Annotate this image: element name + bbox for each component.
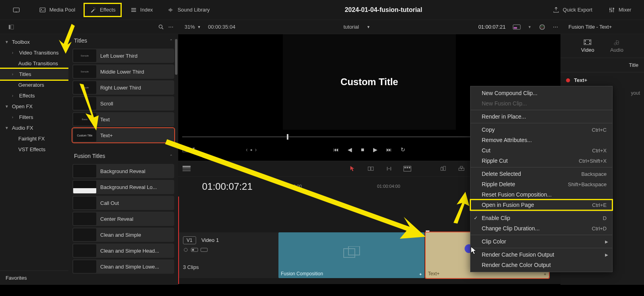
cm-enable-clip[interactable]: ✓Enable ClipD [471,213,612,223]
cm-ripple-cut[interactable]: Ripple CutCtrl+Shift+X [471,156,612,166]
svg-line-16 [162,28,163,29]
first-frame-button[interactable]: ⏮ [333,146,339,153]
tree-open-fx[interactable]: ▼Open FX [0,101,68,112]
track-header-v1[interactable]: V1 Video 1 3 Clips [179,232,278,278]
fusion-title-background-reveal[interactable]: Background Reveal [72,164,174,178]
cm-render-in-place[interactable]: Render in Place... [471,111,612,122]
tree-titles[interactable]: ›Titles [0,69,68,80]
title-item-left-lower-third[interactable]: SampleLeft Lower Third [72,49,174,63]
match-frame-icon[interactable] [182,146,189,153]
nav-prev-icon[interactable]: ‹ [246,146,248,153]
fusion-title-center-reveal[interactable]: Center Reveal [72,212,174,226]
fusion-title-clean-simple-lowe[interactable]: Clean and Simple Lowe... [72,259,174,274]
title-item-text-plus[interactable]: Custom TitleText+ [72,128,174,142]
proxy-icon[interactable] [513,24,521,30]
titles-header[interactable]: Titles⌃ [68,34,178,47]
sound-library-label: Sound Library [177,7,210,13]
tree-video-transitions[interactable]: ›Video Transitions [0,47,68,58]
viewer[interactable]: Custom Title [283,34,456,130]
fx-scrollbar[interactable] [175,39,177,75]
cm-new-compound-clip[interactable]: New Compound Clip... [471,88,612,98]
workspace-toggle[interactable] [8,4,25,16]
play-button[interactable]: ▶ [373,146,377,153]
timeline-timecode[interactable]: 01:00:07:21 [178,181,278,192]
cm-copy[interactable]: CopyCtrl+C [471,125,612,135]
effects-button[interactable]: Effects [85,4,121,16]
svg-rect-33 [460,166,463,168]
inspector-audio-tab[interactable]: Audio [610,39,623,53]
title-item-middle-lower-third[interactable]: SampleMiddle Lower Third [72,64,174,79]
selection-tool-icon[interactable] [348,165,357,172]
index-button[interactable]: Index [125,4,158,16]
fusion-titles-header[interactable]: Fusion Titles⌃ [68,150,178,162]
overwrite-icon[interactable] [457,165,466,172]
more-options-icon[interactable]: ⋯ [553,24,558,30]
svg-rect-28 [407,167,408,168]
title-item-scroll[interactable]: Scroll [72,96,174,111]
svg-rect-22 [183,168,191,169]
cm-reset-fusion[interactable]: Reset Fusion Composition... [471,189,612,200]
tree-audio-fx[interactable]: ▼Audio FX [0,123,68,133]
trim-tool-icon[interactable] [366,165,375,172]
nav-next-icon[interactable]: › [255,146,257,153]
mixer-button[interactable]: Mixer [603,4,636,16]
fusion-title-clean-simple[interactable]: Clean and Simple [72,228,174,242]
sound-library-button[interactable]: Sound Library [162,4,214,16]
quick-export-button[interactable]: Quick Export [548,4,597,16]
tree-effects[interactable]: ›Effects [0,90,68,101]
more-icon[interactable]: ⋯ [168,24,173,30]
bypass-icon[interactable] [539,23,546,31]
stop-button[interactable]: ■ [361,146,364,153]
cm-cut[interactable]: CutCtrl+X [471,145,612,156]
tree-audio-transitions[interactable]: Audio Transitions [0,58,68,69]
cm-open-in-fusion-page[interactable]: Open in Fusion PageCtrl+E [471,200,612,210]
cm-render-cache-fusion[interactable]: Render Cache Fusion Output▶ [471,249,612,260]
favorites[interactable]: Favorites [0,271,68,285]
cm-change-clip-duration[interactable]: Change Clip Duration...Ctrl+D [471,223,612,234]
scrubber-thumb[interactable] [287,134,288,140]
title-item-right-lower-third[interactable]: SampleRight Lower Third [72,80,174,95]
clip-textplus-label: Text+ [428,271,440,277]
auto-select-icon[interactable] [191,247,198,252]
fusion-title-background-reveal-lo[interactable]: Background Reveal Lo... [72,180,174,194]
prev-frame-button[interactable]: ◀ [348,146,352,153]
title-item-text[interactable]: BasicText [72,112,174,127]
clip-fusion-composition[interactable]: Fusion Composition ✦ [278,232,424,278]
timeline-view-icon[interactable] [182,165,191,172]
nav-dot-icon[interactable]: ● [250,148,253,152]
cm-ripple-delete[interactable]: Ripple DeleteShift+Backspace [471,179,612,189]
zoom-select[interactable]: 31% ▼ [185,24,201,30]
cm-render-cache-color[interactable]: Render Cache Color Output [471,260,612,270]
enable-dot-icon[interactable] [566,78,570,82]
tree-fairlight-fx[interactable]: Fairlight FX [0,133,68,144]
insert-icon[interactable] [439,165,447,172]
svg-rect-25 [371,167,374,171]
svg-rect-0 [14,8,19,12]
dynamic-trim-icon[interactable] [385,165,393,172]
media-pool-button[interactable]: Media Pool [34,4,80,16]
tree-vst-effects[interactable]: VST Effects [0,144,68,155]
ruler-tick-a: :30:00 [290,184,302,189]
track-badge[interactable]: V1 [183,236,196,244]
timeline-select[interactable]: tutorial ▼ [343,24,370,30]
cm-remove-attributes[interactable]: Remove Attributes... [471,135,612,145]
tree-toolbox[interactable]: ▼Toolbox [0,37,68,47]
svg-rect-10 [609,9,611,10]
lock-icon[interactable] [183,247,189,252]
tree-filters[interactable]: ›Filters [0,112,68,123]
track-view-icon[interactable] [200,247,208,252]
panel-layout-icon[interactable] [8,24,14,30]
fusion-title-clean-simple-head[interactable]: Clean and Simple Head... [72,243,174,258]
last-frame-button[interactable]: ⏭ [386,146,392,153]
loop-button[interactable]: ↻ [401,146,405,153]
blade-tool-icon[interactable] [403,165,412,172]
cm-delete-selected[interactable]: Delete SelectedBackspace [471,169,612,179]
tree-generators[interactable]: Generators [0,80,68,90]
fusion-title-call-out[interactable]: Call Out [72,196,174,210]
cm-clip-color[interactable]: Clip Color▶ [471,236,612,247]
svg-rect-1 [16,12,18,12]
inspector-title-section[interactable]: Title [560,58,644,72]
dropdown-icon[interactable]: ▼ [192,146,196,153]
inspector-video-tab[interactable]: Video [581,39,594,53]
search-icon[interactable] [158,24,164,30]
